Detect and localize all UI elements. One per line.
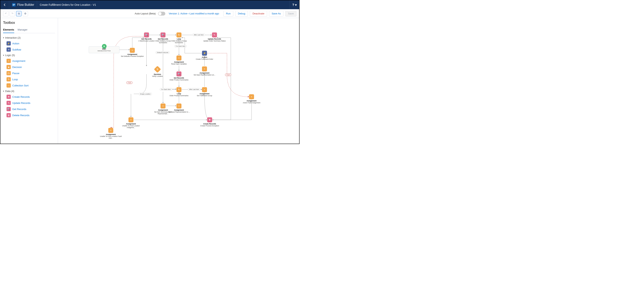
label-for-each-item-2: For Each Item [160,88,172,91]
node-asg-addinput[interactable]: = Assignment Add Input Representation to… [168,104,190,113]
toolbox-panel: Toolbox Elements Manager ▾Interaction (2… [0,18,58,144]
loop-icon: ↻ [176,87,182,92]
back-button[interactable] [0,0,9,9]
label-after-last-item-2: After Last Item [188,88,200,91]
toolbox-item[interactable]: =Assignment [3,58,55,64]
chevron-down-icon: ▾ [3,54,4,56]
item-label: Loop [12,78,18,81]
action-bar: ↶ ↷ ⧉ ⚙ Auto-Layout (Beta) Version 1: Ac… [0,9,299,18]
element-icon: ↑↓ [6,83,11,88]
assignment-icon: = [108,128,113,133]
toolbox-item[interactable]: ZzPause [3,70,55,76]
element-icon: = [6,59,11,63]
label-empty-location: Empty Location [139,93,152,95]
chevron-down-icon: ▾ [3,37,4,39]
element-icon: Zz [6,71,11,75]
group-header[interactable]: ▾Interaction (2) [3,35,55,40]
auto-layout-toggle[interactable] [158,12,165,16]
node-decision[interactable]: ⇅ Decision Verify Location [146,67,169,77]
item-label: Update Records [12,102,30,104]
assignment-icon: = [128,117,134,122]
action-icon: ⚡ [202,51,207,56]
assignment-icon: = [176,56,182,60]
brand-label: Flow Builder [17,3,34,6]
redo-button[interactable]: ↷ [10,11,15,16]
assignment-icon: = [249,94,254,99]
element-icon: ⚡ [6,41,11,46]
get-records-icon: 🔍 [160,32,166,38]
tab-manager[interactable]: Manager [18,27,28,33]
app-header: Flow Builder Create Fulfillment Orders f… [0,0,299,9]
get-records-icon: 🔍 [144,32,149,38]
group-header[interactable]: ▾Logic (5) [3,52,55,58]
loop-icon: ↻ [176,32,182,38]
page-title: Create Fulfillment Orders for One Locati… [37,3,99,6]
item-label: Get Records [12,108,26,110]
chevron-down-icon: ▾ [3,90,4,92]
toolbox-item[interactable]: ⚡Action [3,40,55,46]
auto-layout-label: Auto-Layout (Beta) [135,12,156,15]
assignment-icon: = [160,104,166,108]
item-label: Create Records [12,96,30,98]
run-button[interactable]: Run [223,11,233,16]
node-create-pe[interactable]: ✚ Create Records Create Process Exceptio… [198,117,221,127]
help-button[interactable]: ? ▾ [290,0,299,9]
save-button: Save [285,11,296,16]
flow-icon [12,3,16,7]
toolbox-item[interactable]: ≋Subflow [3,46,55,52]
node-loop-odgs[interactable]: ↻ Loop Order Delivery Group Summaries [168,32,190,44]
start-node[interactable]: Start Autolaunched Flow [89,46,120,53]
node-asg-fault[interactable]: = Assignment Unable To Find Location Fau… [99,128,122,139]
element-icon: ✎ [6,101,11,105]
element-icon: ≋ [6,48,11,52]
create-records-icon: ✚ [207,117,212,122]
node-assignment-defaults[interactable]: = Assignment Set Defaults Process Except… [121,48,144,57]
assignment-icon: = [202,66,207,72]
item-label: Assignment [12,60,25,62]
element-icon: ◆ [6,65,11,69]
assignment-icon: = [130,48,135,53]
toolbox-item[interactable]: ↑↓Collection Sort [3,82,55,88]
node-action[interactable]: ⚡ Action Create Fulfillment Order [193,51,216,60]
node-asg-unable[interactable]: = Assignment Unable To Find Location Ass… [120,117,142,129]
label-default-outcome: Default Outcome [156,51,170,54]
element-icon: 🔍 [6,107,11,111]
version-link[interactable]: Version 1: Active—Last modified a month … [169,12,219,15]
toolbox-item[interactable]: 🗑Delete Records [3,112,55,118]
item-label: Decision [12,66,22,68]
group-header[interactable]: ▾Data (4) [3,88,55,94]
node-get-ops[interactable]: 🔍 Get Records Order Product Summaries [168,72,190,81]
item-label: Delete Records [12,114,30,117]
item-label: Subflow [12,48,21,51]
decision-icon: ⇅ [154,66,161,73]
get-records-icon: 🔍 [176,72,182,76]
node-update-status[interactable]: ✎ Update Records Update Order Summary St… [203,32,226,42]
label-after-last-item: After Last Item [192,34,205,36]
toolbox-item[interactable]: 🔍Get Records [3,106,55,112]
element-icon: ✚ [6,95,11,99]
undo-button[interactable]: ↶ [3,11,8,16]
play-icon [102,44,106,48]
node-asg-reset[interactable]: = Assignment Reset Input Variables [168,56,190,65]
settings-button[interactable]: ⚙ [23,11,28,16]
label-fault-2: Fault [225,74,231,76]
assignment-icon: = [176,104,182,108]
toolbox-item[interactable]: ✚Create Records [3,94,55,100]
update-records-icon: ✎ [212,32,217,38]
save-as-button[interactable]: Save As [269,11,284,16]
item-label: Pause [12,72,20,75]
node-asg-setinput[interactable]: = Assignment Set Input Representation an… [193,66,216,76]
item-label: Action [12,42,19,45]
deactivate-button[interactable]: Deactivate [250,11,267,16]
tab-elements[interactable]: Elements [3,27,14,33]
node-asg-actionfault[interactable]: = Assignment Action Fault Assignment [240,94,263,104]
toolbox-item[interactable]: ◆Decision [3,64,55,70]
item-label: Collection Sort [12,84,28,87]
element-icon: 🗑 [6,113,11,117]
copy-button[interactable]: ⧉ [16,11,22,16]
brand: Flow Builder [9,0,37,9]
toolbox-item[interactable]: ✎Update Records [3,100,55,106]
debug-button[interactable]: Debug [235,11,248,16]
flow-canvas[interactable]: Start Autolaunched Flow = Assignment Set… [58,18,299,144]
toolbox-item[interactable]: ↻Loop [3,76,55,82]
